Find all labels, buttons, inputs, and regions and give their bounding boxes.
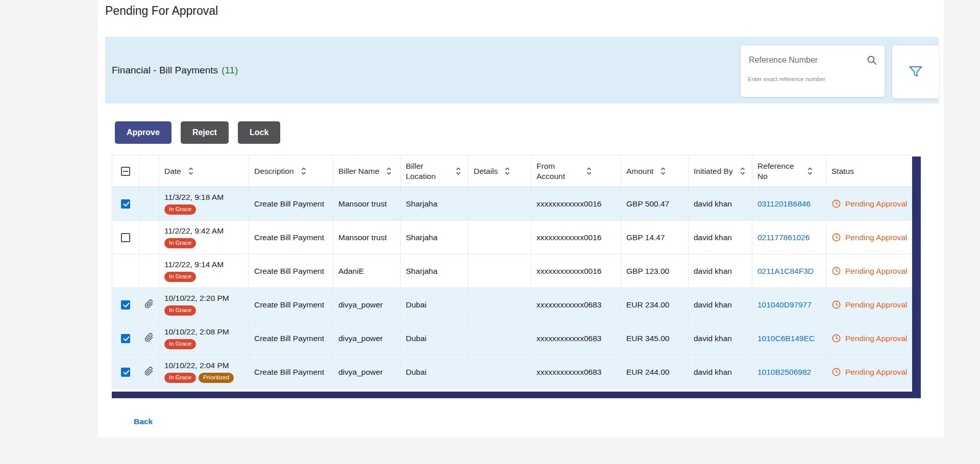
biller-name-cell: divya_power <box>333 288 401 322</box>
horizontal-scrollbar[interactable] <box>112 392 921 398</box>
lock-button[interactable]: Lock <box>238 121 280 144</box>
row-checkbox[interactable] <box>121 300 130 310</box>
row-checkbox[interactable] <box>121 199 130 209</box>
details-cell <box>469 355 531 389</box>
biller-name-cell: divya_power <box>333 355 401 389</box>
clock-icon <box>831 233 841 242</box>
reject-button[interactable]: Reject <box>181 121 229 144</box>
date-cell: 11/2/22, 9:14 AM <box>164 260 243 270</box>
prioritized-badge: Prioritized <box>199 373 234 383</box>
date-cell: 10/10/22, 2:20 PM <box>164 294 243 303</box>
row-checkbox[interactable] <box>121 334 130 343</box>
in-grace-badge: In Grace <box>164 339 196 349</box>
biller-location-cell: Dubai <box>401 322 469 355</box>
paperclip-icon[interactable] <box>144 299 154 308</box>
status-cell: Pending Approval <box>831 233 907 242</box>
in-grace-badge: In Grace <box>164 272 196 282</box>
table-row: 11/3/22, 9:18 AM In Grace Create Bill Pa… <box>112 187 913 221</box>
description-cell: Create Bill Payment <box>249 322 333 355</box>
biller-location-cell: Sharjaha <box>401 254 469 288</box>
vertical-scrollbar[interactable] <box>912 157 921 393</box>
sort-icon[interactable] <box>586 166 592 176</box>
details-cell <box>469 288 531 322</box>
reference-link[interactable]: 1010C6B149EC <box>757 334 815 343</box>
pending-approval-text: Pending Approval <box>845 267 908 276</box>
search-icon[interactable] <box>866 55 877 66</box>
col-header-amount[interactable]: Amount <box>626 166 653 176</box>
from-account-cell: xxxxxxxxxxxx0683 <box>531 355 621 389</box>
pending-approval-text: Pending Approval <box>845 199 908 209</box>
from-account-cell: xxxxxxxxxxxx0016 <box>531 187 621 221</box>
table-row: 10/10/22, 2:20 PM In Grace Create Bill P… <box>112 288 913 322</box>
col-header-description[interactable]: Description <box>254 166 294 176</box>
back-link[interactable]: Back <box>134 417 153 426</box>
status-cell: Pending Approval <box>831 300 907 310</box>
initiated-by-cell: david khan <box>689 187 752 221</box>
clock-icon <box>831 266 841 276</box>
sort-icon[interactable] <box>740 166 746 176</box>
table-row: 10/10/22, 2:08 PM In Grace Create Bill P… <box>112 322 913 355</box>
description-cell: Create Bill Payment <box>249 254 333 288</box>
col-header-biller-location[interactable]: Biller Location <box>406 161 449 181</box>
from-account-cell: xxxxxxxxxxxx0016 <box>531 221 621 254</box>
search-hint: Enter exact reference number <box>741 75 885 82</box>
filter-button[interactable] <box>892 45 939 98</box>
sort-icon[interactable] <box>660 166 666 176</box>
sort-icon[interactable] <box>807 166 813 176</box>
amount-cell: EUR 345.00 <box>621 322 689 355</box>
amount-cell: GBP 500.47 <box>621 187 689 221</box>
details-cell <box>469 221 531 254</box>
col-header-reference-no[interactable]: Reference No <box>757 161 800 181</box>
sort-icon[interactable] <box>301 166 307 176</box>
table-header-row: Date Description Biller Name Biller Loca… <box>112 156 913 187</box>
sort-icon[interactable] <box>188 166 194 176</box>
row-checkbox[interactable] <box>121 368 130 377</box>
reference-link[interactable]: 101040D97977 <box>757 300 812 309</box>
sort-icon[interactable] <box>504 166 510 176</box>
paperclip-icon[interactable] <box>144 367 154 376</box>
section-title-wrap: Financial - Bill Payments (11) <box>112 37 238 104</box>
reference-link[interactable]: 0211A1C84F3D <box>757 267 814 275</box>
initiated-by-cell: david khan <box>689 355 752 389</box>
action-buttons: Approve Reject Lock <box>115 121 280 144</box>
pending-approval-text: Pending Approval <box>845 334 908 343</box>
attachment-column-header <box>139 156 159 187</box>
from-account-cell: xxxxxxxxxxxx0016 <box>531 254 621 288</box>
row-checkbox[interactable] <box>121 233 130 242</box>
pending-approval-text: Pending Approval <box>845 368 908 377</box>
amount-cell: EUR 244.00 <box>621 355 689 389</box>
content-card: Pending For Approval Financial - Bill Pa… <box>98 0 944 437</box>
section-count: (11) <box>222 65 238 76</box>
pending-approval-text: Pending Approval <box>845 233 908 242</box>
approve-button[interactable]: Approve <box>115 121 172 144</box>
date-cell: 11/2/22, 9:42 AM <box>164 226 243 236</box>
reference-link[interactable]: 021177861026 <box>757 233 810 242</box>
reference-link[interactable]: 0311201B6846 <box>757 199 811 208</box>
amount-cell: EUR 234.00 <box>621 288 689 322</box>
section-header-band: Financial - Bill Payments (11) Enter exa… <box>105 37 939 104</box>
date-cell: 11/3/22, 9:18 AM <box>164 193 243 202</box>
col-header-date[interactable]: Date <box>164 166 181 176</box>
biller-name-cell: Mansoor trust <box>333 221 401 254</box>
in-grace-badge: In Grace <box>164 373 196 383</box>
col-header-biller-name[interactable]: Biller Name <box>338 166 379 176</box>
col-header-details[interactable]: Details <box>474 166 498 176</box>
biller-name-cell: AdaniE <box>333 254 401 288</box>
reference-link[interactable]: 1010B2506982 <box>757 368 811 376</box>
col-header-initiated-by[interactable]: Initiated By <box>694 166 733 176</box>
reference-search-input[interactable] <box>748 55 866 65</box>
col-header-from-account[interactable]: From Account <box>536 161 579 181</box>
in-grace-badge: In Grace <box>164 305 196 316</box>
status-cell: Pending Approval <box>831 333 907 343</box>
select-all-checkbox[interactable] <box>121 167 130 176</box>
sort-icon[interactable] <box>386 166 392 176</box>
description-cell: Create Bill Payment <box>249 187 333 221</box>
in-grace-badge: In Grace <box>164 238 196 248</box>
details-cell <box>469 322 531 355</box>
sort-icon[interactable] <box>455 166 461 176</box>
initiated-by-cell: david khan <box>689 288 752 322</box>
date-cell: 10/10/22, 2:08 PM <box>164 327 243 337</box>
paperclip-icon[interactable] <box>144 333 154 342</box>
biller-location-cell: Sharjaha <box>401 187 469 221</box>
section-title: Financial - Bill Payments <box>112 65 218 76</box>
